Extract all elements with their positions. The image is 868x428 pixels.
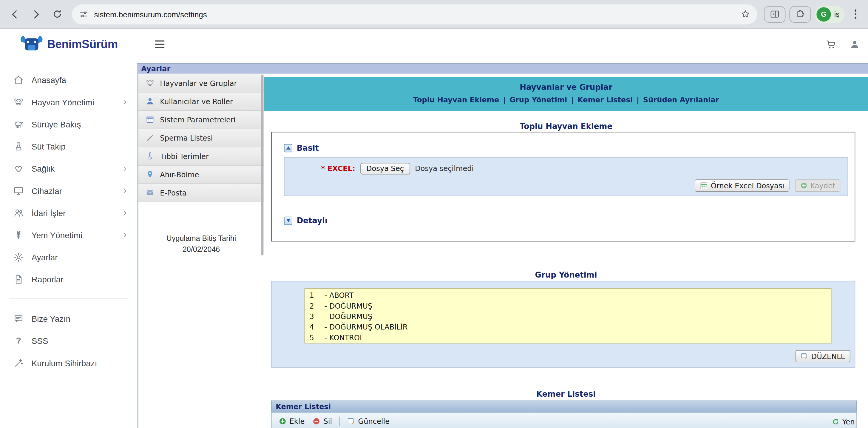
split-view-button[interactable]	[764, 6, 785, 22]
group-management-panel: 1- ABORT 2- DOĞURMUŞ 3- DOĞURMUŞ 4- DOĞU…	[271, 281, 855, 368]
split-view-icon	[770, 9, 780, 20]
sidebar-item-kurulum-sihirbazi[interactable]: Kurulum Sihirbazı	[0, 351, 137, 374]
people-icon	[13, 207, 24, 218]
hamburger-menu-icon[interactable]	[155, 39, 167, 49]
group-list-item[interactable]: 1- ABORT	[309, 290, 831, 301]
group-list-item[interactable]: 3- DOĞURMUŞ	[309, 311, 831, 322]
sidebar-item-label: Süt Takip	[32, 141, 66, 151]
sample-excel-label: Örnek Excel Dosyası	[711, 181, 784, 190]
sidebar-item-sut-takip[interactable]: Süt Takip	[0, 135, 137, 157]
file-status-text: Dosya seçilmedi	[415, 165, 474, 173]
settings-item-sperma-listesi[interactable]: Sperma Listesi	[138, 129, 264, 147]
sample-excel-button[interactable]: Örnek Excel Dosyası	[695, 179, 789, 192]
banner-link-grup-yonetimi[interactable]: Grup Yönetimi	[509, 96, 567, 104]
settings-menu-scrollbar[interactable]	[261, 75, 264, 256]
report-document-icon	[13, 274, 24, 284]
save-label: Kaydet	[810, 181, 835, 190]
wheat-icon	[13, 230, 24, 240]
sidebar-item-label: SSS	[32, 336, 48, 346]
forward-button[interactable]	[25, 4, 46, 25]
settings-item-tibbi-terimler[interactable]: Tıbbi Terimler	[138, 147, 264, 166]
sidebar-footer-menu: Bize Yazın ? SSS Kurulum Sihirbazı	[0, 298, 137, 374]
group-list-item[interactable]: 2- DOĞURMUŞ	[309, 301, 831, 311]
settings-item-e-posta[interactable]: E-Posta	[138, 184, 264, 202]
app-logo[interactable]: BenimSürüm	[0, 29, 137, 60]
map-pin-icon	[146, 170, 155, 179]
chevron-right-icon	[121, 209, 128, 217]
separator: |	[567, 96, 578, 104]
collapse-up-icon[interactable]	[284, 144, 292, 152]
settings-item-sistem-parametreleri[interactable]: Sistem Parametreleri	[138, 111, 264, 129]
herd-view-icon	[13, 119, 24, 129]
save-plus-icon	[800, 182, 807, 190]
sidebar-item-label: Kurulum Sihirbazı	[32, 358, 97, 368]
sidebar-item-saglik[interactable]: Sağlık	[0, 157, 137, 179]
refresh-button[interactable]: Yen	[831, 413, 855, 428]
sidebar-item-cihazlar[interactable]: Cihazlar	[0, 179, 137, 201]
banner-link-toplu-hayvan-ekleme[interactable]: Toplu Hayvan Ekleme	[413, 96, 499, 104]
settings-item-hayvanlar-ve-gruplar[interactable]: Hayvanlar ve Gruplar	[138, 74, 264, 92]
user-icon[interactable]	[849, 39, 860, 50]
section-title-grup-yonetimi: Grup Yönetimi	[264, 270, 868, 279]
sidebar-item-yem-yonetimi[interactable]: Yem Yönetimi	[0, 224, 137, 246]
bookmark-star-icon[interactable]	[740, 9, 750, 20]
group-list-item[interactable]: 4- DOĞURMUŞ OLABİLİR	[309, 322, 831, 332]
update-button[interactable]: Güncelle	[344, 415, 393, 427]
add-label: Ekle	[290, 417, 305, 425]
save-button[interactable]: Kaydet	[795, 179, 840, 192]
banner-links: Toplu Hayvan Ekleme|Grup Yönetimi|Kemer …	[264, 96, 868, 104]
settings-item-ahir-bolme[interactable]: Ahır-Bölme	[138, 166, 264, 184]
settings-item-label: Tıbbi Terimler	[160, 152, 209, 160]
profile-chip[interactable]: G iş	[815, 5, 845, 23]
chevron-right-icon	[121, 187, 128, 194]
sidebar-item-raporlar[interactable]: Raporlar	[0, 268, 137, 290]
forward-icon	[30, 8, 42, 20]
excel-file-icon	[700, 181, 708, 190]
screen: sistem.benimsurum.com/settings G iş	[0, 0, 868, 428]
settings-item-kullanicilar-ve-roller[interactable]: Kullanıcılar ve Roller	[138, 92, 264, 111]
settings-item-label: E-Posta	[160, 189, 186, 197]
detailed-collapse-header[interactable]: Detaylı	[284, 216, 855, 225]
edit-icon	[801, 352, 808, 360]
sidebar-item-suruye-bakis[interactable]: Sürüye Bakış	[0, 113, 137, 135]
group-name: - DOĞURMUŞ	[324, 311, 373, 322]
cart-icon[interactable]	[825, 38, 837, 50]
sidebar-item-ayarlar[interactable]: Ayarlar	[0, 246, 137, 268]
email-icon	[146, 188, 155, 197]
delete-button[interactable]: Sil	[309, 415, 335, 427]
back-button[interactable]	[4, 4, 26, 25]
reload-button[interactable]	[46, 4, 68, 25]
sidebar-item-bize-yazin[interactable]: Bize Yazın	[0, 307, 137, 330]
banner-link-kemer-listesi[interactable]: Kemer Listesi	[578, 96, 633, 104]
browser-menu-button[interactable]	[850, 5, 861, 23]
main-region: Ayarlar Hayvanlar ve Gruplar Kullanıcıla…	[137, 29, 868, 428]
site-info-icon[interactable]	[79, 9, 89, 19]
sidebar-item-label: Cihazlar	[32, 186, 62, 196]
add-icon	[279, 417, 287, 425]
group-number: 5	[309, 333, 324, 343]
settings-panel: Hayvanlar ve Gruplar Toplu Hayvan Ekleme…	[264, 74, 868, 428]
address-bar[interactable]: sistem.benimsurum.com/settings	[72, 4, 757, 24]
refresh-label: Yen	[842, 417, 855, 426]
add-button[interactable]: Ekle	[275, 415, 308, 427]
app-header	[137, 29, 868, 60]
banner-link-suruden-ayrilanlar[interactable]: Sürüden Ayrılanlar	[643, 96, 719, 104]
group-list-item[interactable]: 5- KONTROL	[309, 333, 831, 343]
settings-item-label: Sistem Parametreleri	[160, 115, 235, 124]
sidebar-item-anasayfa[interactable]: Anasayfa	[0, 69, 137, 91]
banner-title: Hayvanlar ve Gruplar	[264, 77, 868, 91]
file-select-button[interactable]: Dosya Seç	[360, 163, 410, 175]
gear-icon	[13, 252, 24, 262]
chat-icon	[13, 313, 24, 323]
sidebar-item-label: Hayvan Yönetimi	[32, 97, 94, 107]
extensions-button[interactable]	[789, 6, 811, 22]
header-actions	[825, 38, 860, 50]
basic-collapse-header[interactable]: Basit	[284, 144, 855, 152]
expand-down-icon[interactable]	[284, 217, 292, 225]
sidebar-item-idari-isler[interactable]: İdari İşler	[0, 202, 137, 224]
settings-item-label: Ahır-Bölme	[160, 170, 199, 179]
sidebar-item-sss[interactable]: ? SSS	[0, 330, 137, 351]
edit-groups-button[interactable]: DÜZENLE	[796, 350, 850, 362]
sidebar-item-hayvan-yonetimi[interactable]: Hayvan Yönetimi	[0, 91, 137, 113]
chevron-right-icon	[121, 231, 128, 238]
